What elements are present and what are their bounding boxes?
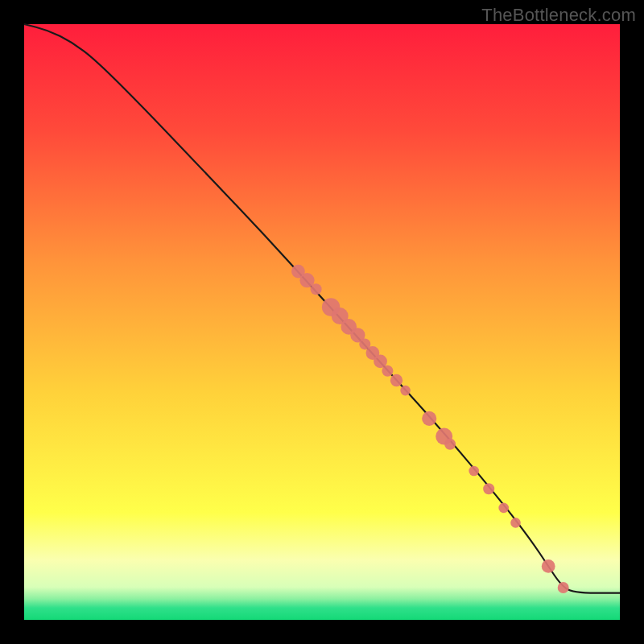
data-point [390,374,402,386]
bottleneck-curve [24,24,620,593]
curve-layer [24,24,620,620]
chart-frame: TheBottleneck.com [0,0,644,644]
data-point [558,582,569,593]
data-point [444,439,456,450]
data-point [469,466,479,477]
data-point [510,518,521,528]
data-point [382,365,393,377]
data-point [400,386,411,396]
data-point [483,483,494,494]
plot-area [24,24,620,620]
watermark-text: TheBottleneck.com [481,5,636,26]
data-point [498,503,509,514]
data-point [542,559,555,573]
data-point [311,283,322,295]
data-point [422,411,436,426]
